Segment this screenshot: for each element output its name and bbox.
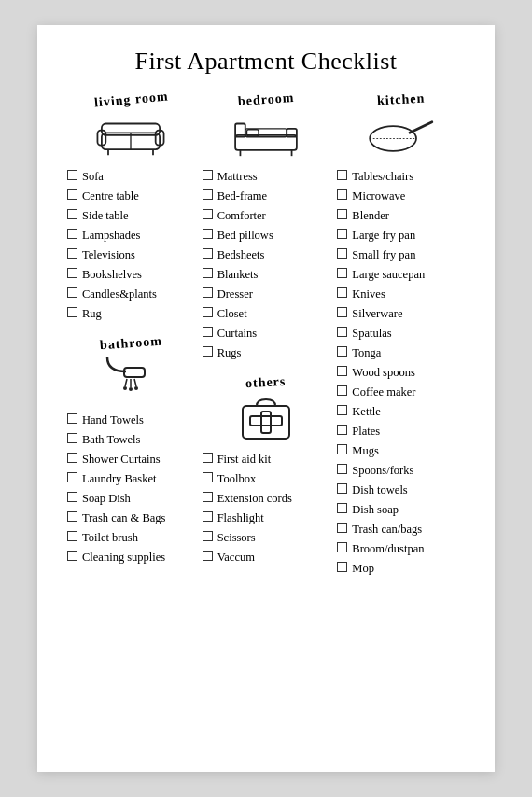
checkbox[interactable] [67,472,77,482]
checkbox[interactable] [203,287,213,298]
list-item[interactable]: Coffee maker [337,383,465,401]
checkbox[interactable] [337,366,347,376]
checkbox[interactable] [203,531,213,541]
checkbox[interactable] [67,551,77,561]
checkbox[interactable] [337,170,347,180]
list-item[interactable]: Sofa [67,167,195,186]
list-item[interactable]: Flashlight [203,509,330,527]
checkbox[interactable] [337,503,347,513]
checkbox[interactable] [337,562,347,572]
checkbox[interactable] [203,248,213,259]
checkbox[interactable] [337,425,347,435]
checkbox[interactable] [203,346,213,357]
checkbox[interactable] [203,268,213,278]
checkbox[interactable] [203,551,213,561]
list-item[interactable]: Hand Towels [67,411,195,429]
list-item[interactable]: Blankets [203,265,330,284]
list-item[interactable]: Mop [337,559,465,578]
list-item[interactable]: Small fry pan [337,245,465,264]
checkbox[interactable] [337,287,347,298]
checkbox[interactable] [67,433,77,443]
checkbox[interactable] [337,248,347,259]
checkbox[interactable] [67,307,77,317]
list-item[interactable]: Bookshelves [67,265,195,284]
list-item[interactable]: First aid kit [203,450,330,468]
list-item[interactable]: Dish towels [337,481,465,499]
list-item[interactable]: Blender [337,206,465,225]
list-item[interactable]: Soap Dish [67,489,195,508]
checkbox[interactable] [337,229,347,239]
list-item[interactable]: Large fry pan [337,226,465,245]
list-item[interactable]: Tonga [337,343,465,362]
checkbox[interactable] [337,405,347,415]
checkbox[interactable] [67,248,77,259]
checkbox[interactable] [67,287,77,298]
list-item[interactable]: Rug [67,304,195,323]
list-item[interactable]: Spoons/forks [337,461,465,480]
list-item[interactable]: Laundry Basket [67,469,195,488]
checkbox[interactable] [337,327,347,337]
checkbox[interactable] [337,189,347,200]
list-item[interactable]: Tables/chairs [337,167,465,186]
list-item[interactable]: Broom/dustpan [337,539,465,558]
list-item[interactable]: Kettle [337,402,465,421]
list-item[interactable]: Shower Curtains [67,450,195,468]
list-item[interactable]: Silverware [337,304,465,323]
checkbox[interactable] [337,385,347,396]
list-item[interactable]: Toolbox [203,469,330,488]
checkbox[interactable] [67,531,77,541]
checkbox[interactable] [67,453,77,463]
checkbox[interactable] [67,413,77,424]
list-item[interactable]: Knives [337,285,465,303]
list-item[interactable]: Rugs [203,343,330,362]
list-item[interactable]: Mugs [337,441,465,460]
list-item[interactable]: Bed pillows [203,226,330,245]
checkbox[interactable] [67,170,77,180]
checkbox[interactable] [337,483,347,494]
checkbox[interactable] [337,346,347,357]
list-item[interactable]: Wood spoons [337,363,465,382]
list-item[interactable]: Closet [203,304,330,323]
list-item[interactable]: Dish soap [337,500,465,519]
list-item[interactable]: Trash can/bags [337,520,465,538]
checkbox[interactable] [337,542,347,552]
checkbox[interactable] [337,307,347,317]
list-item[interactable]: Trash can & Bags [67,509,195,527]
list-item[interactable]: Dresser [203,285,330,303]
list-item[interactable]: Candles&plants [67,285,195,303]
list-item[interactable]: Scissors [203,528,330,547]
list-item[interactable]: Curtains [203,324,330,343]
list-item[interactable]: Televisions [67,245,195,264]
list-item[interactable]: Microwave [337,187,465,205]
checkbox[interactable] [337,444,347,454]
list-item[interactable]: Side table [67,206,195,225]
checkbox[interactable] [337,464,347,474]
checkbox[interactable] [203,189,213,200]
list-item[interactable]: Cleaning supplies [67,548,195,566]
checkbox[interactable] [67,492,77,502]
checkbox[interactable] [67,229,77,239]
checkbox[interactable] [67,511,77,522]
list-item[interactable]: Vaccum [203,548,330,566]
checkbox[interactable] [203,209,213,219]
list-item[interactable]: Mattress [203,167,330,186]
list-item[interactable]: Plates [337,422,465,440]
list-item[interactable]: Bedsheets [203,245,330,264]
checkbox[interactable] [203,229,213,239]
list-item[interactable]: Toilet brush [67,528,195,547]
checkbox[interactable] [337,209,347,219]
list-item[interactable]: Centre table [67,187,195,205]
list-item[interactable]: Bed-frame [203,187,330,205]
checkbox[interactable] [67,189,77,200]
checkbox[interactable] [203,307,213,317]
checkbox[interactable] [203,511,213,522]
checkbox[interactable] [337,523,347,533]
checkbox[interactable] [203,170,213,180]
checkbox[interactable] [203,453,213,463]
checkbox[interactable] [337,268,347,278]
list-item[interactable]: Large saucepan [337,265,465,284]
checkbox[interactable] [203,472,213,482]
list-item[interactable]: Comforter [203,206,330,225]
list-item[interactable]: Bath Towels [67,430,195,449]
list-item[interactable]: Spatulas [337,324,465,343]
